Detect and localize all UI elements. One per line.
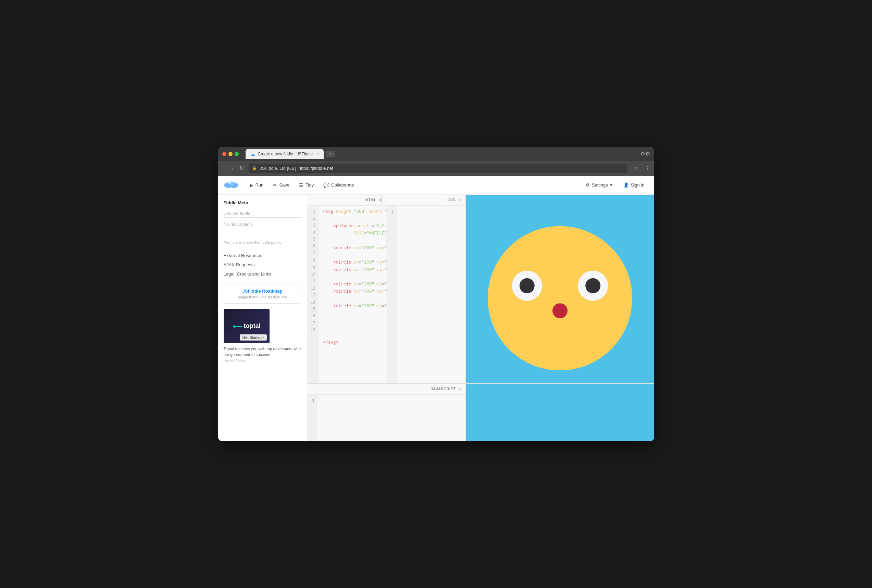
run-label: Run (256, 182, 264, 188)
nav-actions: ▶ Run ✏ Save ☰ Tidy 💬 Collaborate (245, 180, 358, 190)
fiddle-meta-title: Fiddle Meta (224, 200, 301, 206)
result-bottom (466, 384, 654, 441)
site-name: JSFiddle, Ltd [GB] (260, 166, 296, 171)
result-panel (466, 195, 654, 383)
browser-menu-icon[interactable]: ⋮ (645, 165, 650, 171)
roadmap-subtitle: suggest and vote for features (228, 295, 297, 299)
html-editor-body[interactable]: 123456789101112131415161718 <svg height=… (307, 206, 386, 383)
top-editors: HTML ⚙ 123456789101112131415161718 <svg … (307, 195, 654, 383)
save-label: Save (279, 182, 289, 188)
tab-title: Create a new fiddle - JSFiddle (258, 152, 313, 156)
tab-favicon: ☁ (250, 151, 255, 157)
js-editor-panel: JAVASCRIPT ⚙ 1 (307, 384, 466, 441)
app-header: ▶ Run ✏ Save ☰ Tidy 💬 Collaborate ⚙ Sett… (218, 176, 654, 195)
tidy-button[interactable]: ☰ Tidy (295, 180, 318, 190)
lock-icon: 🔒 (252, 166, 257, 171)
js-code-content[interactable] (318, 394, 466, 441)
tidy-label: Tidy (305, 182, 314, 188)
html-editor-panel: HTML ⚙ 123456789101112131415161718 <svg … (307, 195, 387, 383)
ad-footer: ads via Carbon (224, 359, 301, 363)
svg-point-9 (585, 278, 600, 293)
settings-icon: ⚙ (586, 182, 590, 188)
traffic-lights (222, 152, 239, 156)
ajax-requests-link[interactable]: AJAX Requests (224, 260, 301, 269)
css-editor-panel: CSS ⚙ 1 (386, 195, 466, 383)
fiddle-desc-input[interactable] (224, 220, 301, 228)
header-right: ⚙ Settings ▾ 👤 Sign in (582, 180, 649, 190)
sidebar: Fiddle Meta Add title to make the fiddle… (218, 195, 307, 441)
collaborate-icon: 💬 (323, 182, 329, 188)
html-editor-gear-icon[interactable]: ⚙ (379, 198, 383, 202)
external-resources-link[interactable]: External Resources (224, 251, 301, 260)
address-bar: ‹ › ↻ 🔒 JSFiddle, Ltd [GB] https://jsfid… (218, 161, 654, 176)
fiddle-name-input[interactable] (224, 210, 301, 218)
html-line-numbers: 123456789101112131415161718 (307, 206, 319, 383)
svg-point-8 (519, 278, 534, 293)
result-svg (466, 195, 654, 383)
close-button[interactable] (222, 152, 226, 156)
css-editor-gear-icon[interactable]: ⚙ (458, 198, 462, 202)
css-editor-body[interactable]: 1 (386, 206, 466, 383)
ad-toptal-text: ⟵toptal (233, 322, 261, 330)
browser-tab[interactable]: ☁ Create a new fiddle - JSFiddle × (245, 149, 324, 159)
url-text: https://jsfiddle.net (299, 166, 333, 171)
editors-area: HTML ⚙ 123456789101112131415161718 <svg … (307, 195, 654, 441)
address-input[interactable]: 🔒 JSFiddle, Ltd [GB] https://jsfiddle.ne… (249, 164, 627, 173)
bottom-editors: JAVASCRIPT ⚙ 1 (307, 383, 654, 441)
tidy-icon: ☰ (299, 182, 304, 188)
css-line-numbers: 1 (386, 206, 397, 383)
svg-point-10 (552, 303, 568, 318)
js-editor-body[interactable]: 1 (307, 394, 466, 441)
new-tab-button[interactable]: + (326, 151, 335, 158)
bookmark-icon[interactable]: ☆ (634, 165, 638, 171)
ad-block: ⟵toptal Get Started › Toptal matches you… (224, 309, 301, 363)
legal-credits-link[interactable]: Legal, Credits and Links (224, 269, 301, 279)
roadmap-card[interactable]: JSFiddle Roadmap suggest and vote for fe… (224, 284, 301, 304)
css-code-content[interactable] (397, 206, 466, 383)
ad-description: Toptal matches you with top developers w… (224, 346, 301, 358)
signin-label: Sign in (631, 182, 645, 188)
js-line-numbers: 1 (307, 394, 318, 441)
window-controls: ⚙⚙ (640, 151, 650, 157)
save-icon: ✏ (273, 182, 277, 188)
public-notice: Add title to make the fiddle public. (224, 240, 301, 245)
title-bar: ☁ Create a new fiddle - JSFiddle × + ⚙⚙ (218, 147, 654, 161)
html-code-content[interactable]: <svg height="600" width="600"> <polygon … (319, 206, 386, 383)
ad-cta-button[interactable]: Get Started › (240, 334, 267, 340)
main-content: Fiddle Meta Add title to make the fiddle… (218, 195, 654, 441)
collaborate-button[interactable]: 💬 Collaborate (319, 180, 358, 190)
run-icon: ▶ (250, 182, 253, 188)
user-icon: 👤 (623, 182, 629, 188)
logo[interactable] (224, 179, 239, 191)
css-editor-label: CSS (447, 198, 456, 202)
settings-chevron-icon: ▾ (610, 182, 612, 188)
ad-image[interactable]: ⟵toptal Get Started › (224, 309, 269, 343)
save-button[interactable]: ✏ Save (269, 180, 293, 190)
back-button[interactable]: ‹ (222, 164, 227, 173)
html-editor-label: HTML (365, 198, 376, 202)
css-editor-header: CSS ⚙ (386, 195, 466, 206)
run-button[interactable]: ▶ Run (245, 180, 268, 190)
tab-area: ☁ Create a new fiddle - JSFiddle × + (245, 149, 638, 159)
roadmap-title: JSFiddle Roadmap (228, 288, 297, 294)
maximize-button[interactable] (235, 152, 239, 156)
settings-button[interactable]: ⚙ Settings ▾ (582, 180, 616, 190)
html-editor-header: HTML ⚙ (307, 195, 386, 206)
svg-point-5 (488, 226, 632, 370)
collaborate-label: Collaborate (331, 182, 354, 188)
settings-label: Settings (592, 182, 608, 188)
browser-window: ☁ Create a new fiddle - JSFiddle × + ⚙⚙ … (218, 147, 654, 441)
divider (224, 236, 301, 236)
signin-button[interactable]: 👤 Sign in (619, 180, 649, 190)
refresh-button[interactable]: ↻ (238, 164, 245, 173)
tab-close-button[interactable]: × (317, 152, 319, 156)
svg-point-3 (229, 181, 231, 184)
js-editor-header: JAVASCRIPT ⚙ (307, 384, 466, 394)
forward-button[interactable]: › (230, 164, 235, 173)
minimize-button[interactable] (229, 152, 233, 156)
js-editor-gear-icon[interactable]: ⚙ (458, 386, 462, 392)
js-editor-label: JAVASCRIPT (430, 387, 456, 391)
